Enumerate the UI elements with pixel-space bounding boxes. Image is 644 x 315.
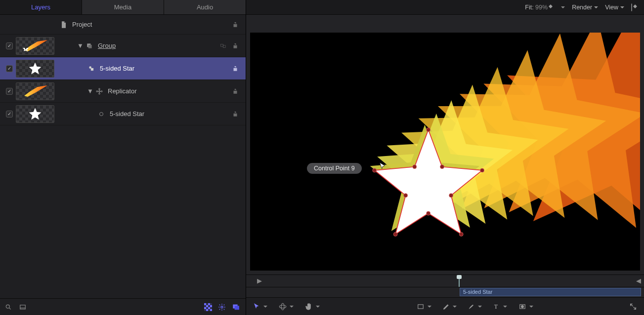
render-menu[interactable]: Render	[572, 4, 598, 11]
row-star-child[interactable]: ✓ 5-sided Star	[0, 103, 246, 125]
disclosure-triangle-icon[interactable]: ▼	[87, 87, 93, 95]
svg-text:T: T	[494, 303, 498, 310]
row-star-selected[interactable]: ✓ 5-sided Star	[0, 57, 246, 80]
canvas[interactable]: Control Point 9	[250, 33, 640, 271]
svg-rect-21	[20, 305, 26, 309]
svg-point-19	[6, 305, 9, 308]
svg-rect-28	[204, 307, 206, 309]
visibility-checkbox[interactable]: ✓	[3, 65, 16, 72]
row-replicator[interactable]: ✓ ▼ Replicator	[0, 80, 246, 103]
layer-thumbnail	[16, 82, 54, 100]
cursor-icon	[379, 162, 387, 171]
svg-point-41	[427, 211, 430, 215]
lock-icon[interactable]	[230, 42, 241, 49]
lock-icon[interactable]	[230, 111, 241, 118]
visibility-checkbox[interactable]: ✓	[3, 111, 16, 118]
svg-point-12	[99, 93, 100, 94]
app-root: Layers Media Audio Project ✓	[0, 0, 644, 315]
expand-icon[interactable]	[629, 303, 637, 311]
3d-transform-tool[interactable]	[278, 302, 294, 311]
svg-rect-29	[208, 307, 210, 309]
svg-rect-48	[418, 304, 423, 308]
row-group[interactable]: ✓ ▼ Group	[0, 35, 246, 57]
checker-icon[interactable]	[204, 303, 212, 311]
svg-rect-26	[206, 305, 208, 307]
svg-point-37	[440, 165, 444, 169]
svg-point-46	[279, 305, 286, 308]
svg-rect-31	[210, 309, 212, 311]
visibility-checkbox[interactable]: ✓	[3, 42, 16, 49]
replicator-icon	[95, 87, 104, 96]
svg-point-9	[96, 90, 98, 92]
svg-point-38	[480, 168, 484, 172]
layer-thumbnail	[16, 60, 54, 78]
link-icon[interactable]	[219, 42, 228, 49]
pan-tool[interactable]	[304, 302, 320, 311]
canvas-toolbar: T	[246, 297, 644, 315]
mask-tool[interactable]	[518, 303, 533, 310]
gear-icon[interactable]	[218, 303, 226, 311]
left-panel: Layers Media Audio Project ✓	[0, 0, 246, 315]
project-label: Project	[72, 21, 92, 28]
canvas-topbar: Fit: 99% Render View	[246, 0, 644, 15]
visibility-checkbox[interactable]: ✓	[3, 88, 16, 95]
svg-rect-34	[235, 306, 239, 310]
rectangle-tool[interactable]	[416, 303, 431, 310]
lock-icon[interactable]	[230, 21, 241, 28]
disclosure-triangle-icon[interactable]: ▼	[77, 42, 83, 49]
color-swatch-menu[interactable]	[559, 4, 565, 11]
svg-rect-30	[206, 309, 208, 311]
tab-audio[interactable]: Audio	[164, 0, 246, 14]
svg-point-44	[373, 168, 377, 172]
search-icon[interactable]	[5, 304, 12, 311]
layers-list: Project ✓ ▼ Group	[0, 15, 246, 298]
layer-label: 5-sided Star	[100, 65, 134, 72]
pen-tool[interactable]	[442, 303, 457, 311]
out-marker-icon[interactable]: ◀	[636, 277, 641, 284]
in-marker-icon[interactable]: ▶	[257, 277, 262, 284]
svg-point-40	[459, 232, 463, 236]
layer-label: Replicator	[108, 87, 137, 95]
svg-rect-3	[221, 44, 223, 46]
mini-timeline-ruler[interactable]: ▶ ◀	[246, 275, 644, 287]
svg-point-32	[221, 306, 223, 308]
svg-point-11	[99, 88, 100, 90]
svg-point-45	[413, 165, 417, 169]
svg-point-42	[393, 232, 397, 236]
svg-point-49	[447, 304, 448, 305]
tab-layers[interactable]: Layers	[0, 0, 82, 14]
lock-icon[interactable]	[230, 88, 241, 95]
timeline-clip[interactable]: 5-sided Star	[460, 288, 641, 296]
canvas-wrap: Control Point 9	[246, 15, 644, 275]
document-icon	[59, 20, 68, 29]
svg-point-18	[100, 112, 103, 116]
svg-line-20	[9, 308, 11, 309]
lock-icon[interactable]	[230, 65, 241, 72]
panel-tabs: Layers Media Audio	[0, 0, 246, 15]
svg-point-10	[101, 90, 102, 92]
layer-thumbnail	[16, 105, 54, 123]
text-tool[interactable]: T	[493, 303, 507, 311]
stack-icon[interactable]	[232, 303, 241, 311]
panel-icon[interactable]	[19, 304, 27, 311]
mini-timeline-clipbar: 5-sided Star	[246, 287, 644, 297]
playhead[interactable]	[459, 276, 460, 287]
row-project[interactable]: Project	[0, 15, 246, 35]
fit-control[interactable]: Fit: 99%	[525, 3, 553, 11]
left-bottom-bar	[0, 298, 246, 315]
layer-thumbnail	[16, 37, 54, 55]
view-menu[interactable]: View	[605, 4, 624, 11]
svg-rect-24	[204, 303, 206, 305]
select-tool[interactable]	[253, 303, 267, 311]
paint-tool[interactable]	[468, 303, 482, 311]
control-point-tooltip: Control Point 9	[307, 163, 362, 174]
svg-rect-4	[223, 45, 225, 47]
tab-media[interactable]: Media	[82, 0, 164, 14]
stack-icon	[85, 41, 94, 50]
svg-point-52	[521, 305, 523, 308]
circle-outline-icon	[97, 110, 106, 118]
svg-point-47	[281, 303, 284, 310]
channel-swatch-menu[interactable]	[631, 3, 637, 11]
svg-rect-25	[208, 303, 210, 305]
right-panel: Fit: 99% Render View	[246, 0, 644, 315]
